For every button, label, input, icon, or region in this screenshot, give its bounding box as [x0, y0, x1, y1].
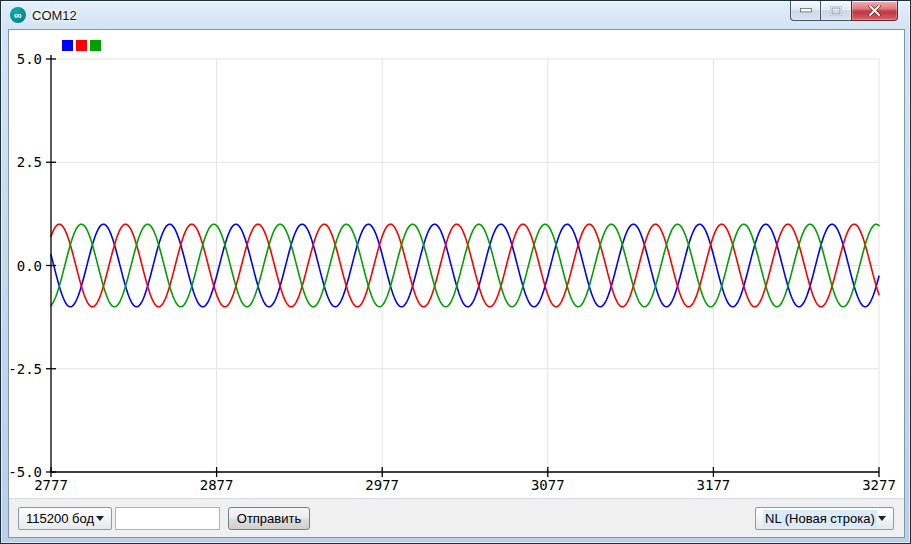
- line-ending-value: NL (Новая строка): [763, 510, 877, 527]
- send-button[interactable]: Отправить: [228, 507, 310, 530]
- y-tick-label: 5.0: [17, 51, 42, 67]
- x-tick-label: 2977: [365, 477, 399, 493]
- serial-message-input[interactable]: [115, 507, 220, 530]
- x-tick-label: 3077: [531, 477, 565, 493]
- x-tick-label: 3277: [862, 477, 896, 493]
- minimize-icon: [800, 8, 812, 13]
- serial-plotter-chart: 5.02.50.0-2.5-5.027772877297730773177327…: [9, 30, 904, 498]
- minimize-button[interactable]: [790, 1, 821, 21]
- client-area: 5.02.50.0-2.5-5.027772877297730773177327…: [8, 29, 905, 538]
- maximize-button[interactable]: [821, 1, 851, 21]
- y-tick-label: -2.5: [9, 361, 42, 377]
- title-bar[interactable]: ∞ COM12: [1, 1, 910, 29]
- baud-rate-value: 115200 бод: [26, 511, 94, 526]
- baud-rate-select[interactable]: 115200 бод: [18, 507, 112, 530]
- legend-swatch-series-3: [90, 40, 101, 51]
- maximize-icon: [830, 6, 842, 16]
- y-tick-label: 2.5: [17, 154, 42, 170]
- plot-panel: 5.02.50.0-2.5-5.027772877297730773177327…: [9, 30, 904, 498]
- x-tick-label: 2777: [34, 477, 68, 493]
- serial-toolbar: 115200 бод Отправить NL (Новая строка): [9, 498, 904, 537]
- legend-swatch-series-1: [62, 40, 73, 51]
- arduino-infinity-icon: ∞: [10, 7, 26, 23]
- window-controls: [790, 1, 898, 21]
- x-tick-label: 3177: [697, 477, 731, 493]
- chevron-down-icon: [878, 516, 886, 521]
- legend-swatch-series-2: [76, 40, 87, 51]
- serial-plotter-window: ∞ COM12 5.02.50.: [0, 0, 911, 544]
- send-button-label: Отправить: [237, 511, 301, 526]
- close-button[interactable]: [851, 1, 898, 21]
- chevron-down-icon: [96, 516, 104, 521]
- close-icon: [868, 5, 881, 16]
- y-tick-label: 0.0: [17, 258, 42, 274]
- x-tick-label: 2877: [200, 477, 234, 493]
- window-title: COM12: [32, 8, 77, 23]
- line-ending-select[interactable]: NL (Новая строка): [755, 507, 894, 530]
